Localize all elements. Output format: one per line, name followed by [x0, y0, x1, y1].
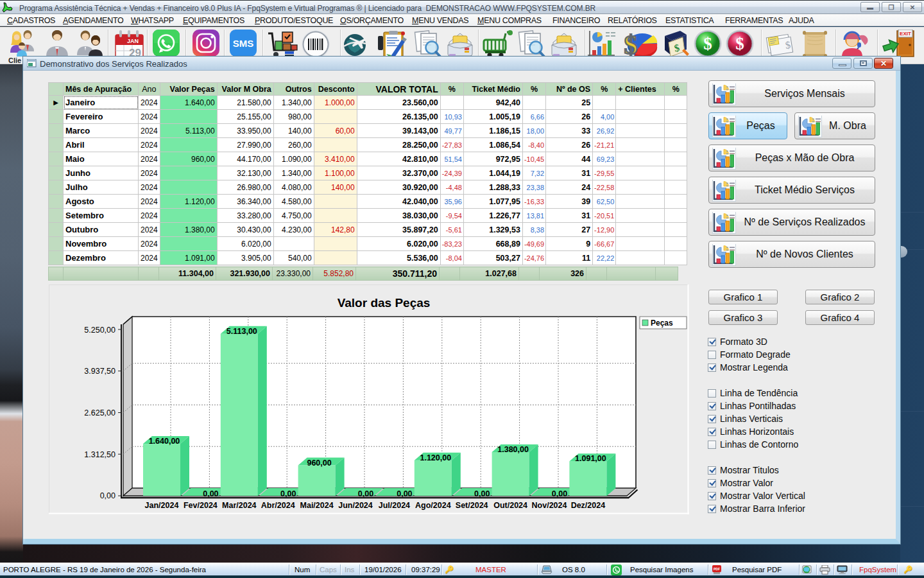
svg-text:1.120,00: 1.120,00	[420, 453, 451, 462]
svg-text:960,00: 960,00	[307, 459, 331, 468]
svg-text:Mai/2024: Mai/2024	[300, 501, 334, 510]
svg-text:0,00: 0,00	[358, 489, 373, 498]
svg-text:0,00: 0,00	[552, 489, 567, 498]
svg-text:0,00: 0,00	[203, 489, 218, 498]
svg-text:1.091,00: 1.091,00	[575, 454, 606, 463]
svg-text:Abr/2024: Abr/2024	[261, 501, 295, 510]
svg-text:EXIT: EXIT	[900, 31, 911, 37]
svg-text:$: $	[735, 34, 744, 53]
svg-text:Ago/2024: Ago/2024	[415, 501, 451, 510]
svg-text:2.625,00: 2.625,00	[84, 408, 116, 417]
svg-text:0,00: 0,00	[280, 489, 296, 498]
svg-text:5.113,00: 5.113,00	[227, 327, 257, 336]
svg-text:1.312,50: 1.312,50	[84, 450, 116, 459]
svg-text:1.380,00: 1.380,00	[497, 445, 529, 454]
svg-text:0,00: 0,00	[474, 489, 490, 498]
svg-text:Valor das Peças: Valor das Peças	[338, 296, 431, 310]
svg-text:Fev/2024: Fev/2024	[184, 501, 218, 510]
svg-text:Peças: Peças	[651, 319, 673, 328]
svg-text:0,00: 0,00	[397, 489, 412, 498]
svg-text:0,00: 0,00	[100, 491, 116, 500]
svg-text:Out/2024: Out/2024	[493, 501, 527, 510]
svg-text:Jun/2024: Jun/2024	[338, 501, 373, 510]
svg-text:Set/2024: Set/2024	[456, 501, 488, 510]
svg-text:Nov/2024: Nov/2024	[532, 501, 567, 510]
svg-text:SMS: SMS	[233, 38, 254, 49]
svg-text:3.937,50: 3.937,50	[84, 367, 116, 376]
svg-text:$: $	[703, 34, 712, 53]
svg-text:Dez/2024: Dez/2024	[571, 501, 606, 510]
svg-text:Mar/2024: Mar/2024	[222, 501, 257, 510]
svg-text:Jul/2024: Jul/2024	[379, 501, 410, 510]
svg-text:PDF: PDF	[714, 567, 720, 571]
svg-text:$: $	[624, 30, 638, 58]
svg-text:5.250,00: 5.250,00	[84, 326, 116, 335]
svg-text:JAN: JAN	[127, 38, 139, 44]
svg-text:Jan/2024: Jan/2024	[145, 501, 179, 510]
svg-text:1.640,00: 1.640,00	[149, 437, 180, 446]
